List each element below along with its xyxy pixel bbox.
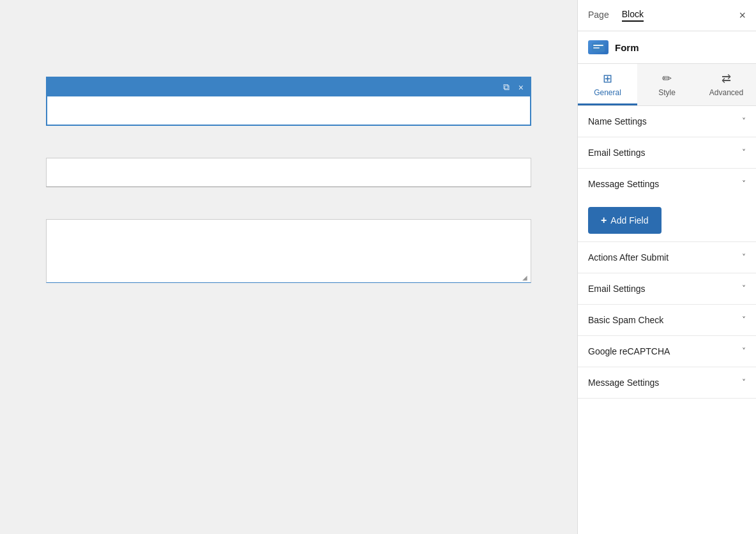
general-icon: ⊞ bbox=[603, 72, 612, 86]
text-input-normal[interactable] bbox=[46, 158, 531, 187]
chevron-google-recaptcha: ˅ bbox=[742, 347, 746, 356]
accordion-email-settings-2: Email Settings ˅ bbox=[578, 273, 756, 305]
tab-advanced-label: Advanced bbox=[709, 88, 743, 97]
tab-style[interactable]: ✏ Style bbox=[637, 64, 697, 105]
add-field-button[interactable]: + Add Field bbox=[588, 207, 662, 234]
textarea-input[interactable] bbox=[46, 219, 531, 283]
chevron-name-settings: ˅ bbox=[742, 117, 746, 126]
accordion-google-recaptcha: Google reCAPTCHA ˅ bbox=[578, 336, 756, 367]
resize-handle[interactable]: ◢ bbox=[522, 274, 530, 282]
svg-rect-2 bbox=[593, 47, 600, 49]
accordion-basic-spam-check-header[interactable]: Basic Spam Check ˅ bbox=[578, 305, 756, 335]
accordion-message-settings-2: Message Settings ˅ bbox=[578, 367, 756, 399]
tab-bar: ⊞ General ✏ Style ⇄ Advanced bbox=[578, 64, 756, 106]
form-label-section: Form bbox=[578, 31, 756, 64]
tab-general[interactable]: ⊞ General bbox=[578, 64, 637, 105]
tab-block[interactable]: Block bbox=[622, 9, 644, 22]
form-container: ⧉ × ◢ bbox=[46, 77, 531, 283]
accordion-name-settings-header[interactable]: Name Settings ˅ bbox=[578, 106, 756, 137]
accordion-message-settings-1-title: Message Settings bbox=[588, 179, 659, 189]
accordion-message-settings-1: Message Settings ˅ + Add Field bbox=[578, 169, 756, 242]
accordion-message-settings-2-header[interactable]: Message Settings ˅ bbox=[578, 367, 756, 398]
right-panel: Page Block × Form ⊞ General ✏ Style ⇄ Ad… bbox=[577, 0, 756, 534]
chevron-basic-spam-check: ˅ bbox=[742, 316, 746, 324]
style-icon: ✏ bbox=[662, 72, 672, 86]
panel-header-tabs: Page Block bbox=[588, 9, 644, 22]
field-close-button[interactable]: × bbox=[516, 81, 526, 94]
chevron-message-settings-1: ˅ bbox=[742, 179, 746, 188]
chevron-actions-after-submit: ˅ bbox=[742, 253, 746, 262]
panel-header: Page Block × bbox=[578, 0, 756, 31]
tab-general-label: General bbox=[594, 88, 621, 97]
accordion-google-recaptcha-header[interactable]: Google reCAPTCHA ˅ bbox=[578, 336, 756, 367]
accordion-email-settings-1: Email Settings ˅ bbox=[578, 137, 756, 169]
panel-close-button[interactable]: × bbox=[739, 10, 746, 21]
copy-icon: ⧉ bbox=[503, 82, 510, 92]
accordion-google-recaptcha-title: Google reCAPTCHA bbox=[588, 346, 670, 356]
close-icon: × bbox=[518, 82, 524, 93]
accordion-email-settings-1-title: Email Settings bbox=[588, 148, 645, 158]
chevron-message-settings-2: ˅ bbox=[742, 378, 746, 387]
tab-style-label: Style bbox=[658, 88, 676, 97]
accordion-actions-after-submit-title: Actions After Submit bbox=[588, 252, 669, 263]
accordion-basic-spam-check: Basic Spam Check ˅ bbox=[578, 305, 756, 336]
form-field-2[interactable] bbox=[46, 158, 531, 187]
form-field-3[interactable]: ◢ bbox=[46, 219, 531, 283]
accordion-name-settings: Name Settings ˅ bbox=[578, 106, 756, 137]
plus-icon: + bbox=[601, 215, 607, 226]
accordion-message-settings-1-header[interactable]: Message Settings ˅ bbox=[578, 169, 756, 199]
text-input-selected[interactable] bbox=[47, 96, 530, 125]
form-icon bbox=[588, 40, 609, 54]
accordion-actions-after-submit: Actions After Submit ˅ bbox=[578, 242, 756, 273]
accordion-basic-spam-check-title: Basic Spam Check bbox=[588, 315, 663, 325]
field-copy-button[interactable]: ⧉ bbox=[501, 80, 512, 94]
form-field-1[interactable]: ⧉ × bbox=[46, 77, 531, 126]
accordion-message-settings-2-title: Message Settings bbox=[588, 378, 659, 388]
advanced-icon: ⇄ bbox=[722, 72, 731, 86]
add-field-label: Add Field bbox=[610, 215, 648, 225]
chevron-email-settings-1: ˅ bbox=[742, 148, 746, 157]
svg-rect-1 bbox=[593, 45, 603, 46]
chevron-email-settings-2: ˅ bbox=[742, 284, 746, 293]
accordion-email-settings-2-header[interactable]: Email Settings ˅ bbox=[578, 273, 756, 304]
field-toolbar: ⧉ × bbox=[47, 78, 530, 96]
tab-page[interactable]: Page bbox=[588, 9, 609, 22]
accordion-name-settings-title: Name Settings bbox=[588, 116, 647, 126]
form-label-text: Form bbox=[615, 42, 639, 53]
tab-advanced[interactable]: ⇄ Advanced bbox=[697, 64, 756, 105]
accordion-email-settings-2-title: Email Settings bbox=[588, 284, 645, 294]
canvas-area: ⧉ × ◢ bbox=[0, 0, 577, 534]
accordion-email-settings-1-header[interactable]: Email Settings ˅ bbox=[578, 137, 756, 168]
accordion-actions-after-submit-header[interactable]: Actions After Submit ˅ bbox=[578, 242, 756, 273]
